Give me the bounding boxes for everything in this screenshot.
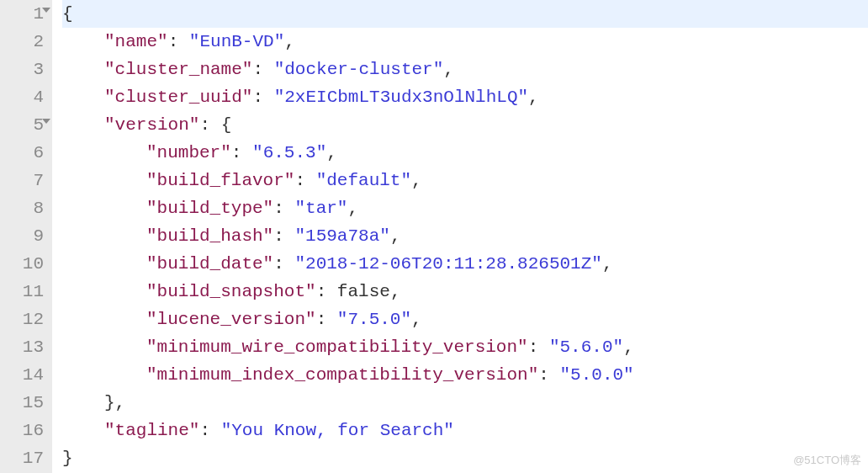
line-number: 1: [0, 0, 44, 28]
code-token: ,: [443, 60, 454, 79]
code-token: :: [273, 199, 294, 218]
code-line[interactable]: "build_snapshot": false,: [62, 278, 868, 306]
code-token: ,: [623, 337, 634, 357]
line-number-gutter: 1234567891011121314151617: [0, 0, 52, 473]
code-token: ,: [326, 143, 337, 162]
code-token: "tar": [294, 199, 347, 218]
code-token: :: [168, 32, 189, 51]
code-line[interactable]: "build_hash": "159a78a",: [62, 222, 868, 250]
code-line[interactable]: "lucene_version": "7.5.0",: [62, 306, 868, 333]
code-area[interactable]: {"name": "EunB-VD","cluster_name": "dock…: [52, 0, 868, 473]
line-number: 14: [0, 361, 44, 389]
code-token: :: [252, 88, 273, 107]
line-number: 5: [0, 111, 44, 139]
code-token: :: [538, 365, 559, 385]
code-line[interactable]: "minimum_wire_compatibility_version": "5…: [62, 333, 868, 361]
code-line[interactable]: }: [62, 444, 868, 472]
code-token: ,: [347, 199, 358, 218]
code-token: "2xEICbmLT3udx3nOlNlhLQ": [274, 88, 528, 107]
code-token: :: [316, 282, 337, 301]
code-token: "159a78a": [294, 226, 389, 246]
code-token: "version": [104, 115, 199, 135]
code-token: :: [528, 337, 549, 357]
line-number: 13: [0, 333, 44, 361]
code-token: "cluster_uuid": [104, 88, 252, 107]
code-token: false: [337, 282, 390, 301]
code-token: :: [231, 143, 252, 162]
code-token: "lucene_version": [146, 310, 316, 329]
watermark-text: @51CTO博客: [793, 453, 861, 468]
code-line[interactable]: "name": "EunB-VD",: [62, 28, 868, 56]
code-token: ,: [411, 310, 422, 329]
code-line[interactable]: },: [62, 389, 868, 417]
code-line[interactable]: "cluster_name": "docker-cluster",: [62, 56, 868, 83]
code-token: :: [273, 254, 294, 274]
code-token: ,: [390, 282, 401, 301]
code-token: "tagline": [104, 421, 199, 440]
line-number: 4: [0, 83, 44, 111]
code-line[interactable]: "build_date": "2018-12-06T20:11:28.82650…: [62, 250, 868, 278]
line-number: 8: [0, 194, 44, 222]
line-number: 10: [0, 250, 44, 278]
code-token: : {: [199, 115, 231, 135]
code-token: "6.5.3": [252, 143, 326, 162]
code-token: "build_date": [146, 254, 273, 274]
code-token: ,: [390, 226, 401, 246]
code-token: "minimum_wire_compatibility_version": [146, 337, 528, 357]
code-token: :: [199, 421, 220, 440]
code-line[interactable]: "build_type": "tar",: [62, 194, 868, 222]
code-token: ,: [411, 171, 422, 190]
code-token: "2018-12-06T20:11:28.826501Z": [294, 254, 601, 274]
code-token: ,: [284, 32, 295, 51]
line-number: 7: [0, 167, 44, 194]
line-number: 11: [0, 278, 44, 306]
code-line[interactable]: "number": "6.5.3",: [62, 139, 868, 167]
code-token: "name": [104, 32, 168, 51]
code-token: :: [316, 310, 337, 329]
line-number: 17: [0, 444, 44, 472]
code-line[interactable]: "version": {: [62, 111, 868, 139]
code-token: ,: [602, 254, 613, 274]
line-number: 6: [0, 139, 44, 167]
code-token: :: [273, 226, 294, 246]
code-line[interactable]: "minimum_index_compatibility_version": "…: [62, 361, 868, 389]
code-token: "build_type": [146, 199, 273, 218]
line-number: 3: [0, 56, 44, 83]
code-token: "build_flavor": [146, 171, 294, 190]
code-token: :: [294, 171, 315, 190]
line-number: 9: [0, 222, 44, 250]
code-token: }: [62, 449, 73, 468]
code-token: {: [62, 4, 73, 24]
code-editor: 1234567891011121314151617 {"name": "EunB…: [0, 0, 868, 473]
code-token: "docker-cluster": [274, 60, 444, 79]
code-line[interactable]: "tagline": "You Know, for Search": [62, 417, 868, 444]
code-line[interactable]: "build_flavor": "default",: [62, 167, 868, 194]
line-number: 12: [0, 306, 44, 333]
code-token: "default": [316, 171, 411, 190]
code-token: "7.5.0": [337, 310, 411, 329]
line-number: 2: [0, 28, 44, 56]
line-number: 15: [0, 389, 44, 417]
code-token: "number": [146, 143, 231, 162]
fold-toggle-icon[interactable]: [42, 119, 50, 124]
code-line[interactable]: "cluster_uuid": "2xEICbmLT3udx3nOlNlhLQ"…: [62, 83, 868, 111]
line-number: 16: [0, 417, 44, 444]
fold-toggle-icon[interactable]: [42, 8, 50, 13]
code-token: "5.6.0": [549, 337, 623, 357]
code-token: },: [104, 393, 125, 412]
code-token: :: [252, 60, 273, 79]
code-token: "build_hash": [146, 226, 273, 246]
code-token: "cluster_name": [104, 60, 252, 79]
code-token: "EunB-VD": [189, 32, 284, 51]
code-line[interactable]: {: [62, 0, 868, 28]
code-token: "You Know, for Search": [221, 421, 454, 440]
code-token: "minimum_index_compatibility_version": [146, 365, 538, 385]
code-token: ,: [528, 88, 539, 107]
code-token: "5.0.0": [560, 365, 634, 385]
code-token: "build_snapshot": [146, 282, 316, 301]
